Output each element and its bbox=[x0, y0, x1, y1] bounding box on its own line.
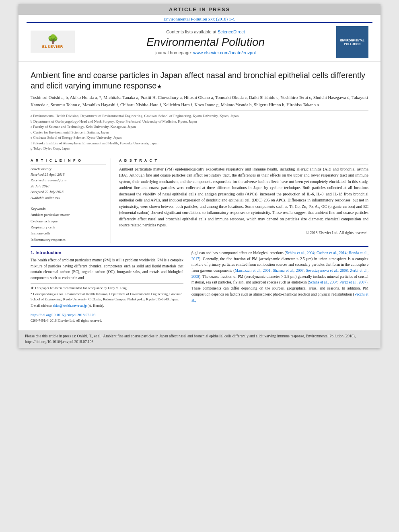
ref-vecchi[interactable]: Vecchi et al., bbox=[191, 292, 368, 302]
keywords-title: Keywords: bbox=[31, 206, 106, 212]
intro-right-text: β-glucan and has a compound effect on bi… bbox=[191, 250, 368, 303]
sciencedirect-line: Contents lists available at ScienceDirec… bbox=[83, 29, 328, 34]
abstract-col: A B S T R A C T Ambient particulate matt… bbox=[119, 158, 368, 243]
email-suffix: (A. Honda). bbox=[88, 304, 104, 308]
affil-d: d Center for Environmental Science in Sa… bbox=[31, 130, 368, 136]
info-rule bbox=[31, 164, 106, 164]
article-info-col: A R T I C L E I N F O Article history: R… bbox=[31, 158, 111, 243]
article-title-text: Ambient fine and coarse particles in Jap… bbox=[31, 71, 365, 90]
accepted-date: Accepted 22 July 2018 bbox=[31, 189, 106, 195]
abstract-text: Ambient particulate matter (PM) epidemio… bbox=[119, 166, 368, 228]
introduction-section: 1. Introduction The health effect of amb… bbox=[31, 250, 368, 326]
keywords-block: Keywords: Ambient particulate matter Cyc… bbox=[31, 206, 106, 243]
footnote-star: ★ This paper has been recommended for ac… bbox=[31, 286, 183, 291]
contents-label: Contents lists available at bbox=[166, 29, 216, 34]
available-online: Available online xxx bbox=[31, 195, 106, 201]
footnote-rule bbox=[31, 283, 183, 284]
section-number: 1. bbox=[31, 250, 34, 255]
affiliations-rule bbox=[31, 111, 368, 111]
abstract-label: A B S T R A C T bbox=[119, 158, 368, 162]
bottom-citation-bar: Please cite this article in press as: On… bbox=[19, 330, 380, 348]
affil-c: c Faculty of Science and Technology, Kei… bbox=[31, 124, 368, 130]
keyword-4: Immune cells bbox=[31, 230, 106, 236]
affil-b: b Department of Otolaryngology-Head and … bbox=[31, 119, 368, 125]
journal-header: 🌳 ELSEVIER Contents lists available at S… bbox=[19, 23, 380, 62]
elsevier-logo-box: 🌳 ELSEVIER bbox=[31, 31, 75, 53]
section-divider bbox=[31, 246, 368, 247]
journal-reference: Environmental Pollution xxx (2018) 1–9 bbox=[19, 15, 380, 22]
elsevier-logo-area: 🌳 ELSEVIER bbox=[27, 31, 79, 54]
article-info-label: A R T I C L E I N F O bbox=[31, 158, 106, 162]
ref-schins2004b[interactable]: Schins et al., 2004 bbox=[309, 280, 337, 284]
footnote-corresponding: * Corresponding author. Environmental He… bbox=[31, 292, 183, 302]
homepage-label: journal homepage: bbox=[155, 50, 192, 55]
journal-homepage: journal homepage: www.elsevier.com/locat… bbox=[83, 50, 328, 55]
article-in-press-banner: ARTICLE IN PRESS bbox=[19, 4, 380, 15]
info-abstract-section: A R T I C L E I N F O Article history: R… bbox=[31, 155, 368, 243]
env-pollution-logo: ENVIRONMENTAL POLLUTION bbox=[336, 26, 368, 58]
keyword-1: Ambient particulate matter bbox=[31, 212, 106, 218]
ref-sevastayanova2008[interactable]: Sevastayanova et al., 2008 bbox=[306, 269, 348, 273]
article-title: Ambient fine and coarse particles in Jap… bbox=[31, 70, 368, 91]
env-pollution-logo-area: ENVIRONMENTAL POLLUTION bbox=[332, 26, 372, 58]
ref-cachon2014[interactable]: Cachon et al., 2014 bbox=[317, 251, 347, 255]
journal-title: Environmental Pollution bbox=[83, 36, 328, 49]
revised-date: 20 July 2018 bbox=[31, 183, 106, 189]
keyword-3: Respiratory cells bbox=[31, 224, 106, 230]
keyword-5: Inflammatory responses bbox=[31, 237, 106, 243]
sciencedirect-link[interactable]: ScienceDirect bbox=[218, 29, 245, 34]
ref-sharma2007[interactable]: Sharma et al., 2007 bbox=[273, 269, 303, 273]
affiliations: a Environmental Health Division, Departm… bbox=[31, 113, 368, 152]
article-history: Article history: Received 21 April 2018 … bbox=[31, 166, 106, 201]
issn-line: 0269-7491/© 2018 Elsevier Ltd. All right… bbox=[31, 318, 183, 322]
ref-perez2007[interactable]: Perez et al., 2007 bbox=[339, 280, 366, 284]
affil-e: e Graduate School of Energy Science, Kyo… bbox=[31, 135, 368, 141]
ref-schins2004[interactable]: Schins et al., 2004 bbox=[286, 251, 315, 255]
main-content: Ambient fine and coarse particles in Jap… bbox=[19, 62, 380, 326]
received-date: Received 21 April 2018 bbox=[31, 172, 106, 177]
homepage-url[interactable]: www.elsevier.com/locate/envpol bbox=[193, 50, 255, 55]
ref-marcazzan2001[interactable]: Marcazzan et al., 2001 bbox=[234, 269, 270, 273]
elsevier-tree-icon: 🌳 bbox=[47, 34, 58, 45]
intro-left-col: 1. Introduction The health effect of amb… bbox=[31, 250, 183, 322]
copyright-line: © 2018 Elsevier Ltd. All rights reserved… bbox=[119, 231, 368, 235]
history-heading: Article history: bbox=[31, 166, 106, 172]
footnote-email: E-mail address: akko@health.env.u-ac.jp … bbox=[31, 303, 183, 308]
email-label: E-mail address: bbox=[31, 304, 52, 308]
intro-heading: 1. Introduction bbox=[31, 250, 183, 255]
authors-line: Toshinori Onishi a, b, Akiko Honda a, *,… bbox=[31, 94, 368, 108]
keywords-rule bbox=[31, 204, 106, 204]
intro-right-col: β-glucan and has a compound effect on bi… bbox=[191, 250, 368, 322]
section-title: Introduction bbox=[35, 250, 61, 255]
affil-g: g Tokyo Dylec Corp, Japan bbox=[31, 146, 368, 152]
intro-left-text: The health effect of ambient particulate… bbox=[31, 257, 183, 281]
affil-a: a Environmental Health Division, Departm… bbox=[31, 113, 368, 119]
abstract-rule bbox=[119, 164, 368, 164]
email-link[interactable]: akko@health.env.u-ac.jp bbox=[53, 304, 86, 308]
elsevier-label: ELSEVIER bbox=[42, 45, 64, 49]
doi-link[interactable]: https://doi.org/10.1016/j.envpol.2018.07… bbox=[31, 313, 95, 317]
keyword-2: Cyclone technique bbox=[31, 218, 106, 224]
revised-label: Received in revised form bbox=[31, 177, 106, 183]
affil-f: f Fukuoka Institute of Atmospheric Envir… bbox=[31, 141, 368, 146]
star-note: ★ bbox=[157, 83, 162, 90]
journal-title-area: Contents lists available at ScienceDirec… bbox=[79, 29, 332, 55]
